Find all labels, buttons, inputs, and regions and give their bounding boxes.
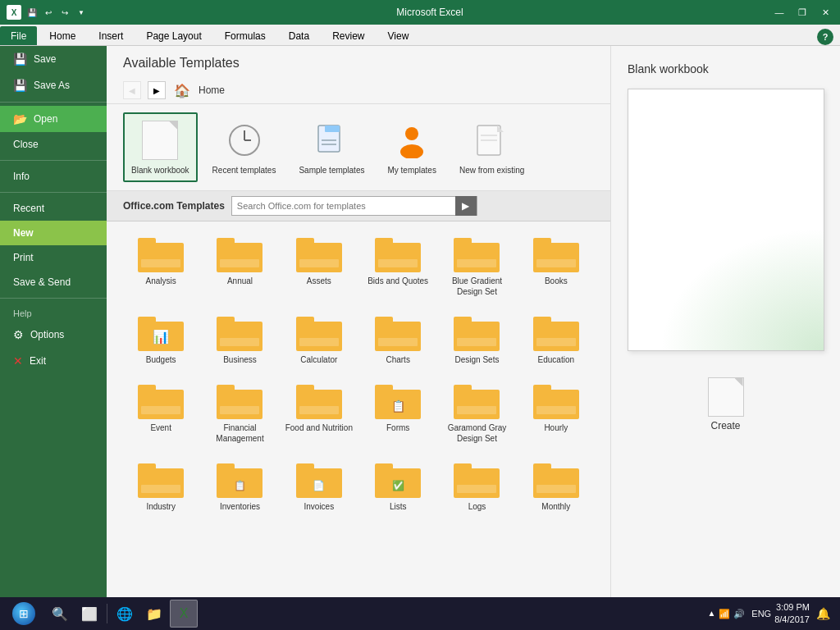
- template-recent[interactable]: Recent templates: [204, 112, 285, 182]
- folder-garamond[interactable]: Garamond Gray Design Set: [439, 377, 514, 449]
- navigation-bar: ◀ ▶ 🏠 Home: [107, 77, 610, 104]
- excel-taskbar-icon: X: [180, 606, 189, 621]
- my-templates-icon: [392, 119, 431, 162]
- folder-analysis[interactable]: Analysis: [123, 230, 199, 302]
- tab-page-layout[interactable]: Page Layout: [135, 26, 212, 45]
- folders-grid: Analysis Annual: [123, 230, 594, 517]
- folder-calculator[interactable]: Calculator: [281, 308, 357, 370]
- restore-btn[interactable]: ❐: [794, 4, 810, 21]
- folder-forms[interactable]: 📋 Forms: [360, 377, 436, 449]
- tab-home[interactable]: Home: [39, 26, 86, 45]
- close-btn[interactable]: ✕: [817, 4, 833, 21]
- folder-charts[interactable]: Charts: [360, 308, 436, 370]
- sidebar-item-open[interactable]: 📂 Open: [0, 106, 107, 132]
- folder-lists[interactable]: ✅ Lists: [360, 455, 436, 517]
- folder-design-sets[interactable]: Design Sets: [439, 308, 514, 370]
- taskbar-search-btn[interactable]: 🔍: [46, 600, 74, 628]
- folder-food-label: Food and Nutrition: [285, 422, 353, 433]
- taskbar-excel-btn[interactable]: X: [170, 600, 198, 628]
- folder-education[interactable]: Education: [518, 308, 594, 370]
- folder-shine: [457, 485, 496, 493]
- undo-quick-btn[interactable]: ↩: [41, 5, 56, 20]
- sidebar-item-save[interactable]: 💾 Save: [0, 46, 107, 72]
- customize-quick-btn[interactable]: ▼: [74, 5, 89, 20]
- tab-insert[interactable]: Insert: [88, 26, 134, 45]
- system-clock[interactable]: 3:09 PM 8/4/2017: [774, 601, 810, 627]
- tab-file[interactable]: File: [0, 26, 37, 45]
- sidebar-item-save-as[interactable]: 💾 Save As: [0, 72, 107, 98]
- sidebar-item-exit[interactable]: ✕ Exit: [0, 348, 107, 374]
- template-new-existing[interactable]: New from existing: [451, 112, 532, 182]
- start-button[interactable]: ⊞: [3, 599, 44, 628]
- tab-view[interactable]: View: [377, 26, 420, 45]
- taskbar-ie-btn[interactable]: 🌐: [111, 600, 139, 628]
- folder-inventories[interactable]: 📋 Inventories: [202, 455, 277, 517]
- notification-btn[interactable]: 🔔: [816, 607, 830, 620]
- tray-arrow-icon[interactable]: ▲: [707, 609, 715, 619]
- taskbar-task-view-btn[interactable]: ⬜: [75, 600, 103, 628]
- folder-event-icon: [138, 381, 184, 419]
- folder-design-icon: [454, 313, 500, 351]
- folder-design-label: Design Sets: [455, 354, 500, 365]
- sidebar-item-print[interactable]: Print: [0, 245, 107, 270]
- folder-logs[interactable]: Logs: [439, 455, 514, 517]
- folder-assets[interactable]: Assets: [281, 230, 357, 302]
- folder-invoices[interactable]: 📄 Invoices: [281, 455, 357, 517]
- folder-body: [138, 390, 184, 419]
- create-button[interactable]: Create: [695, 371, 757, 438]
- template-sample[interactable]: Sample templates: [290, 112, 372, 182]
- folder-event[interactable]: Event: [123, 377, 199, 449]
- minimize-btn[interactable]: —: [771, 4, 788, 21]
- back-btn[interactable]: ◀: [123, 81, 141, 99]
- folder-budgets[interactable]: 📊 Budgets: [123, 308, 199, 370]
- save-quick-btn[interactable]: 💾: [25, 5, 39, 20]
- redo-quick-btn[interactable]: ↪: [57, 5, 72, 20]
- tray-lang: ENG: [751, 609, 771, 619]
- office-templates-bar: Office.com Templates ▶: [107, 191, 610, 221]
- taskbar-explorer-btn[interactable]: 📁: [140, 600, 168, 628]
- folder-annual[interactable]: Annual: [202, 230, 277, 302]
- folder-garamond-icon: [454, 381, 500, 419]
- folder-industry[interactable]: Industry: [123, 455, 199, 517]
- folder-books[interactable]: Books: [518, 230, 594, 302]
- search-input[interactable]: [232, 201, 455, 211]
- help-button[interactable]: ?: [817, 29, 833, 45]
- sidebar-item-options[interactable]: ⚙ Options: [0, 322, 107, 348]
- folder-shine: [299, 406, 339, 414]
- folder-business-icon: [217, 313, 262, 351]
- home-btn[interactable]: 🏠: [172, 80, 192, 100]
- sidebar-item-info[interactable]: Info: [0, 164, 107, 189]
- folder-hourly-label: Hourly: [544, 422, 568, 433]
- tab-formulas[interactable]: Formulas: [214, 26, 276, 45]
- tab-data[interactable]: Data: [278, 26, 320, 45]
- folder-hourly[interactable]: Hourly: [518, 377, 594, 449]
- clock-time: 3:09 PM: [774, 601, 810, 614]
- breadcrumb: Home: [199, 84, 225, 96]
- sidebar-item-new[interactable]: New: [0, 221, 107, 245]
- sidebar-item-recent[interactable]: Recent: [0, 196, 107, 221]
- taskbar: ⊞ 🔍 ⬜ 🌐 📁 X ▲ 📶 🔊 ENG 3:09 PM 8/4/2017 🔔: [0, 597, 840, 630]
- sidebar-label-print: Print: [13, 252, 34, 263]
- forward-btn[interactable]: ▶: [148, 81, 166, 99]
- folder-monthly[interactable]: Monthly: [518, 455, 594, 517]
- folder-forms-label: Forms: [386, 422, 409, 433]
- folder-business[interactable]: Business: [202, 308, 277, 370]
- sidebar-label-save-as: Save As: [34, 80, 70, 91]
- folder-budgets-icon: 📊: [138, 313, 184, 351]
- search-submit-btn[interactable]: ▶: [455, 196, 477, 216]
- folder-bids-quotes[interactable]: Bids and Quotes: [360, 230, 436, 302]
- template-my-templates[interactable]: My templates: [379, 112, 444, 182]
- folder-hourly-icon: [533, 381, 579, 419]
- folder-blue-gradient[interactable]: Blue Gradient Design Set: [439, 230, 514, 302]
- excel-icon: X: [7, 5, 21, 20]
- template-blank-workbook[interactable]: Blank workbook: [123, 112, 198, 182]
- sidebar-item-save-send[interactable]: Save & Send: [0, 270, 107, 294]
- folder-body: [454, 322, 500, 351]
- folder-calculator-label: Calculator: [300, 354, 337, 365]
- system-tray: ▲ 📶 🔊 ENG 3:09 PM 8/4/2017 🔔: [701, 601, 837, 627]
- sidebar-item-close[interactable]: Close: [0, 132, 107, 157]
- sidebar-label-options: Options: [30, 329, 64, 340]
- folder-financial-mgmt[interactable]: Financial Management: [202, 377, 277, 449]
- folder-food-nutrition[interactable]: Food and Nutrition: [281, 377, 357, 449]
- tab-review[interactable]: Review: [322, 26, 375, 45]
